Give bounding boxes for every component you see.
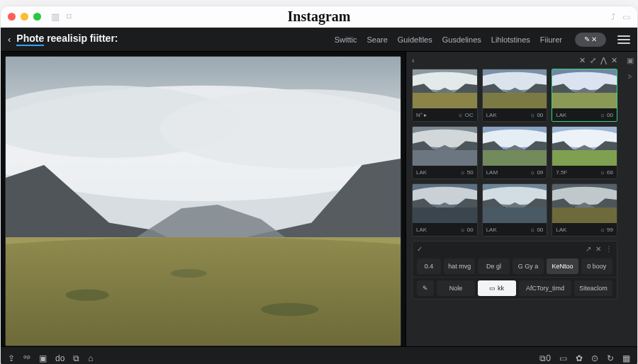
svg-rect-10 [413, 93, 477, 108]
opts-x-icon[interactable]: ✕ [595, 245, 601, 253]
check-icon[interactable]: ✓ [417, 245, 422, 253]
top-tabs: Swittic Seare Guideltles Gusdelines Lihl… [335, 35, 562, 44]
opt-chip-3[interactable]: KeNtoo [547, 258, 578, 274]
tab-seare[interactable]: Seare [366, 35, 387, 44]
bb-r2-icon[interactable]: ✿ [576, 353, 583, 363]
svg-rect-28 [413, 207, 477, 223]
thumb-label: LAK [556, 112, 566, 118]
thumb-value: 00 [530, 112, 543, 118]
tab-lihlot[interactable]: Lihlotstines [491, 35, 530, 44]
page-title-accent: Phote [16, 33, 44, 46]
thumb-value: 68 [600, 169, 613, 176]
main-photo [6, 57, 401, 346]
bb-r3-icon[interactable]: ⊙ [591, 353, 598, 363]
action-edit-icon[interactable]: ✎ [417, 280, 434, 296]
layout-icon[interactable]: ⌑ [67, 11, 72, 22]
titlebar-right: ⤴ ▭ [611, 12, 630, 22]
bb-r1-icon[interactable]: ▭ [559, 353, 567, 363]
svg-rect-13 [483, 93, 547, 108]
rail-adjust-icon[interactable]: ⩺ [627, 72, 634, 81]
bb-copy-icon[interactable]: ⧉ [73, 353, 79, 363]
thumb-value: 99 [600, 227, 613, 233]
filter-thumb-4[interactable]: LAM09 [482, 126, 548, 179]
panel-close-icon[interactable]: ✕ [579, 56, 586, 65]
svg-point-5 [66, 289, 109, 300]
page-title: Phote reealisip fiitter: [16, 33, 118, 46]
thumb-label: 7.5F [556, 169, 567, 176]
opt-chip-4[interactable]: 0 booy [581, 258, 612, 274]
thumb-value: OC [458, 112, 474, 118]
bb-r5-icon[interactable]: ▦ [622, 353, 630, 363]
opt-chip-1[interactable]: De gl [478, 258, 509, 274]
opt-value[interactable]: 0.4 [417, 258, 441, 274]
filter-thumb-8[interactable]: LAK99 [552, 183, 617, 237]
traffic-lights [8, 13, 41, 21]
sidebar-toggle-icon[interactable]: ▥ [51, 11, 60, 22]
opts-more-icon[interactable]: ⋮ [605, 245, 612, 253]
svg-rect-19 [413, 150, 477, 166]
panel-expand-icon[interactable]: ⤢ [590, 56, 596, 65]
filter-thumb-1[interactable]: LAK00 [482, 69, 548, 122]
panel-x-icon[interactable]: ✕ [611, 56, 617, 65]
action-chip-3[interactable]: Siteaclom [574, 280, 612, 296]
bb-ap-icon[interactable]: ᵅᵖ [23, 353, 30, 363]
svg-rect-34 [552, 207, 617, 223]
svg-rect-25 [552, 150, 617, 166]
filter-thumb-0[interactable]: N° ▸OC [412, 69, 478, 122]
opt-chip-0[interactable]: hat mvg [444, 258, 475, 274]
window-icon[interactable]: ▭ [622, 12, 630, 22]
tool-pill[interactable]: ✎ ✕ [575, 33, 606, 47]
filter-grid: N° ▸OC LAK00 LAK00 LAK50 LAM09 [406, 69, 623, 237]
filter-thumb-6[interactable]: LAK00 [412, 183, 478, 237]
action-row: ✎Nole▭ kkAfCTory_timdSiteaclom [413, 277, 617, 299]
thumb-value: 00 [530, 227, 543, 233]
bb-r0-icon[interactable]: ⧉0 [539, 353, 551, 363]
action-chip-2[interactable]: AfCTory_timd [519, 280, 572, 296]
thumb-label: N° ▸ [416, 112, 427, 118]
bb-home-icon[interactable]: ⌂ [88, 353, 93, 363]
rail-image-icon[interactable]: ▣ [627, 56, 634, 65]
svg-rect-22 [483, 150, 547, 166]
action-chip-1[interactable]: ▭ kk [478, 280, 516, 296]
tab-guideltles[interactable]: Guideltles [398, 35, 432, 44]
tab-swittic[interactable]: Swittic [335, 35, 357, 44]
zoom-icon[interactable] [33, 13, 41, 21]
svg-rect-31 [483, 207, 547, 223]
panel-chart-icon[interactable]: ⋀ [600, 56, 607, 65]
bb-r4-icon[interactable]: ↻ [607, 353, 614, 363]
mac-titlebar: ▥ ⌑ Instagram ⤴ ▭ [1, 6, 637, 28]
share-icon[interactable]: ⤴ [611, 12, 615, 22]
bb-grid-icon[interactable]: ▣ [39, 353, 47, 363]
tab-gusdelines[interactable]: Gusdelines [442, 35, 481, 44]
minimize-icon[interactable] [21, 13, 28, 21]
canvas-frame[interactable] [5, 56, 401, 346]
thumb-label: LAK [416, 169, 427, 176]
close-icon[interactable] [8, 13, 16, 21]
panel-back-icon[interactable]: ‹ [412, 56, 415, 64]
tab-fiiurer[interactable]: Fiiurer [540, 35, 562, 44]
action-chip-0[interactable]: Nole [437, 280, 475, 296]
hamburger-icon[interactable] [617, 35, 630, 44]
thumb-label: LAK [556, 227, 566, 233]
bb-export-icon[interactable]: ⇪ [8, 353, 15, 363]
filter-thumb-7[interactable]: LAK00 [482, 183, 548, 237]
options-head: ✓ ↗ ✕ ⋮ [413, 241, 617, 256]
filter-thumb-5[interactable]: 7.5F68 [552, 126, 617, 179]
top-toolbar: ‹ Phote reealisip fiitter: Swittic Seare… [1, 28, 637, 52]
thumb-value: 50 [460, 169, 473, 176]
panel-rail: ▣ ⩺ [623, 52, 637, 346]
filter-thumb-3[interactable]: LAK50 [412, 126, 478, 179]
svg-rect-16 [552, 93, 617, 108]
opts-pin-icon[interactable]: ↗ [586, 245, 591, 253]
opt-chip-2[interactable]: G Gy a [513, 258, 544, 274]
panel-header: ‹ ✕ ⤢ ⋀ ✕ [406, 52, 623, 69]
thumb-label: LAK [486, 227, 497, 233]
app-window: ▥ ⌑ Instagram ⤴ ▭ ‹ Phote reealisip fiit… [0, 6, 638, 364]
brand-title: Instagram [1, 8, 637, 25]
filter-thumb-2[interactable]: LAK00 [552, 69, 617, 122]
app-body: ‹ Phote reealisip fiitter: Swittic Seare… [1, 28, 637, 364]
canvas-area [1, 52, 405, 346]
bb-do-icon[interactable]: do [55, 353, 65, 363]
back-button[interactable]: ‹ [8, 34, 11, 45]
titlebar-nav: ▥ ⌑ [51, 11, 72, 22]
